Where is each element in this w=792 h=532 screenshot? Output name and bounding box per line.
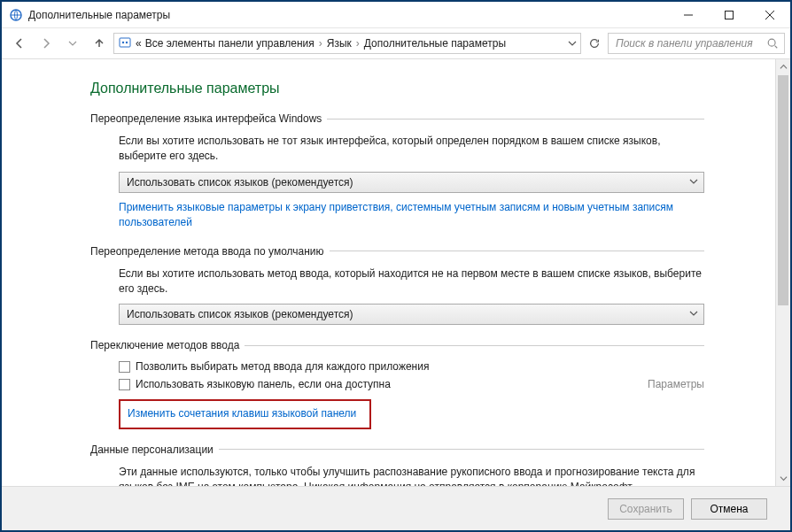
chevron-down-icon xyxy=(689,308,698,320)
titlebar: Дополнительные параметры xyxy=(2,2,790,28)
cancel-button[interactable]: Отмена xyxy=(691,498,767,520)
personalization-text: Эти данные используются, только чтобы ул… xyxy=(119,465,704,486)
app-icon xyxy=(9,8,23,22)
breadcrumb-item-language[interactable]: Язык xyxy=(327,37,352,50)
recent-locations-button[interactable] xyxy=(60,31,85,56)
search-box[interactable] xyxy=(608,33,785,54)
search-icon xyxy=(766,37,779,50)
checkbox-label: Позволить выбирать метод ввода для каждо… xyxy=(136,360,429,373)
refresh-button[interactable] xyxy=(583,33,606,54)
breadcrumb[interactable]: « Все элементы панели управления › Язык … xyxy=(113,33,581,54)
group-header-personalization: Данные персонализации xyxy=(90,443,214,456)
chevron-down-icon xyxy=(689,176,698,189)
window-title: Дополнительные параметры xyxy=(28,9,668,21)
group-header-switching: Переключение методов ввода xyxy=(90,339,239,351)
footer: Сохранить Отмена xyxy=(2,486,790,530)
minimize-button[interactable] xyxy=(668,2,709,28)
group-default-input: Переопределение метода ввода по умолчани… xyxy=(90,245,704,326)
change-hotkeys-link[interactable]: Изменить сочетания клавиш языковой панел… xyxy=(128,407,356,420)
breadcrumb-item-advanced[interactable]: Дополнительные параметры xyxy=(364,37,506,50)
help-text: Если вы хотите использовать метод ввода,… xyxy=(119,266,704,297)
language-bar-checkbox[interactable] xyxy=(119,379,130,390)
page-title: Дополнительные параметры xyxy=(90,81,704,96)
group-switching: Переключение методов ввода Позволить выб… xyxy=(90,339,704,428)
control-panel-icon xyxy=(118,36,132,50)
dropdown-value: Использовать список языков (рекомендуетс… xyxy=(127,176,353,189)
svg-point-4 xyxy=(126,42,128,43)
forward-button[interactable] xyxy=(34,31,58,56)
group-header-default-input: Переопределение метода ввода по умолчани… xyxy=(90,245,324,258)
navbar: « Все элементы панели управления › Язык … xyxy=(2,28,790,59)
default-input-dropdown[interactable]: Использовать список языков (рекомендуетс… xyxy=(119,304,704,325)
search-input[interactable] xyxy=(614,36,766,50)
svg-point-5 xyxy=(768,39,775,46)
svg-rect-1 xyxy=(726,11,734,19)
close-button[interactable] xyxy=(749,2,790,28)
svg-rect-2 xyxy=(120,38,130,47)
help-text: Если вы хотите использовать не тот язык … xyxy=(119,134,704,165)
dropdown-value: Использовать список языков (рекомендуетс… xyxy=(127,308,353,320)
per-app-input-checkbox[interactable] xyxy=(119,361,130,373)
vertical-scrollbar[interactable] xyxy=(775,59,790,486)
scroll-down-icon[interactable] xyxy=(776,471,790,486)
chevron-down-icon[interactable] xyxy=(568,39,577,48)
group-header-ui-lang: Переопределение языка интерфейса Windows xyxy=(90,112,322,125)
apply-to-welcome-link[interactable]: Применить языковые параметры к экрану пр… xyxy=(119,200,704,231)
scroll-up-icon[interactable] xyxy=(776,59,790,74)
breadcrumb-item-all[interactable]: Все элементы панели управления xyxy=(145,37,314,50)
checkbox-label: Использовать языковую панель, если она д… xyxy=(136,378,391,390)
breadcrumb-prefix: « xyxy=(136,37,142,50)
language-bar-options-link[interactable]: Параметры xyxy=(648,378,704,390)
scrollbar-thumb[interactable] xyxy=(778,75,788,305)
save-button[interactable]: Сохранить xyxy=(608,498,684,520)
chevron-right-icon: › xyxy=(356,37,360,50)
ui-language-dropdown[interactable]: Использовать список языков (рекомендуетс… xyxy=(119,172,704,193)
svg-point-3 xyxy=(122,42,124,43)
content-area: Дополнительные параметры Переопределение… xyxy=(2,59,775,486)
maximize-button[interactable] xyxy=(709,2,749,28)
highlight-annotation: Изменить сочетания клавиш языковой панел… xyxy=(119,399,371,428)
chevron-right-icon: › xyxy=(319,37,322,50)
group-personalization: Данные персонализации Эти данные использ… xyxy=(90,443,704,486)
group-ui-language: Переопределение языка интерфейса Windows… xyxy=(90,112,704,231)
back-button[interactable] xyxy=(7,31,32,56)
up-button[interactable] xyxy=(87,31,112,56)
